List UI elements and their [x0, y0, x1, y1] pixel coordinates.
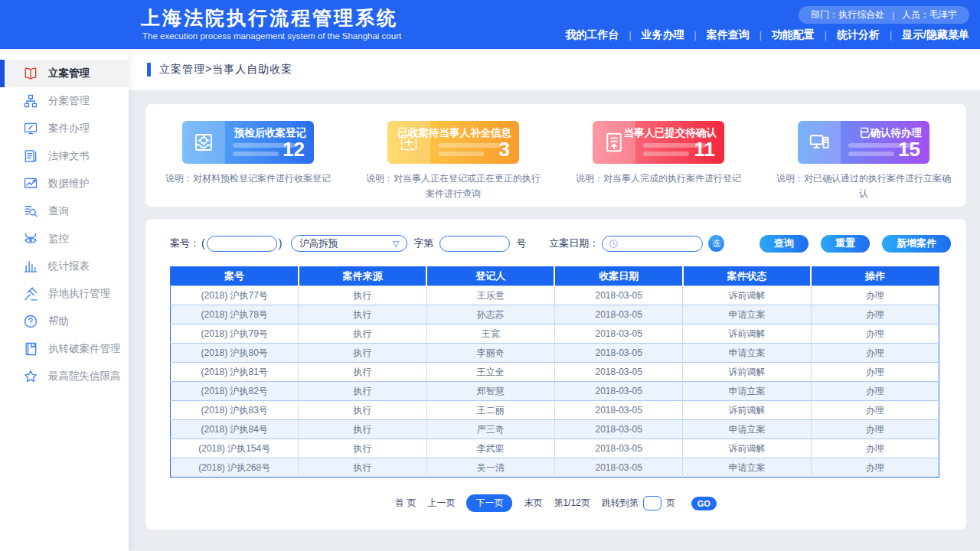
- case-prefix-input[interactable]: [207, 236, 277, 252]
- page-prev[interactable]: 上一页: [427, 497, 455, 510]
- case-table-body: (2018) 沪执77号执行王乐意2018-03-05诉前调解办理(2018) …: [171, 286, 939, 478]
- table-cell: 王乐意: [426, 286, 554, 305]
- book-open-icon: [23, 66, 38, 81]
- decor-bar: [233, 152, 279, 156]
- sidebar-item-label: 查询: [48, 204, 69, 218]
- handle-case-link[interactable]: 办理: [866, 443, 884, 454]
- sidebar-item[interactable]: 异地执行管理: [0, 280, 129, 308]
- page-next[interactable]: 下一页: [466, 494, 512, 512]
- sidebar-item[interactable]: 分案管理: [0, 87, 129, 115]
- sidebar-item[interactable]: 帮助: [0, 308, 129, 335]
- handle-case-link[interactable]: 办理: [866, 290, 884, 301]
- table-cell: 执行: [299, 324, 426, 344]
- sidebar-item[interactable]: 查询: [0, 197, 129, 225]
- star-icon: [23, 369, 38, 384]
- decor-bar: [438, 152, 484, 156]
- sidebar-item[interactable]: 法律文书: [0, 142, 129, 170]
- page-first[interactable]: 首 页: [395, 497, 416, 510]
- sidebar-item[interactable]: 执转破案件管理: [0, 335, 129, 363]
- data-chart-icon: [23, 176, 38, 191]
- table-cell: (2018) 沪执83号: [171, 401, 299, 420]
- page-last[interactable]: 末页: [524, 497, 542, 510]
- case-type-select[interactable]: 沪高拆预 ▽: [291, 235, 407, 252]
- sidebar-item[interactable]: 数据维护: [0, 170, 129, 197]
- nav-separator: |: [629, 30, 631, 41]
- table-cell: 王立全: [426, 363, 554, 382]
- divider: |: [892, 11, 894, 20]
- handle-case-link[interactable]: 办理: [866, 462, 884, 473]
- table-cell: (2018) 沪执78号: [171, 305, 299, 324]
- sidebar-item[interactable]: 立案管理: [0, 60, 129, 87]
- decor-bar: [643, 152, 689, 156]
- table-cell: 办理: [811, 458, 939, 478]
- table-cell: 办理: [811, 286, 939, 305]
- table-cell: (2018) 沪执80号: [171, 344, 299, 363]
- org-chart-icon: [23, 93, 38, 109]
- query-button[interactable]: 查询: [760, 235, 808, 253]
- sidebar-item-label: 异地执行管理: [48, 287, 110, 301]
- table-cell: 执行: [299, 344, 426, 363]
- stat-description: 说明：对材料预检登记案件进行收案登记: [158, 171, 338, 187]
- word-label: 字第: [413, 236, 433, 250]
- go-button[interactable]: GO: [691, 497, 717, 510]
- case-table: 案号案件来源登记人收案日期案件状态操作 (2018) 沪执77号执行王乐意201…: [170, 266, 939, 478]
- breadcrumb-accent: [147, 63, 151, 77]
- sidebar-item-label: 最高院失信限高: [48, 370, 121, 383]
- table-row: (2018) 沪执80号执行李丽奇2018-03-05申请立案办理: [171, 344, 939, 363]
- stat-card[interactable]: 预检后收案登记12: [182, 121, 314, 164]
- close-paren: ): [279, 237, 283, 249]
- column-header: 案件来源: [299, 267, 426, 286]
- date-pick-button[interactable]: 选: [708, 235, 724, 252]
- decor-bar: [438, 143, 501, 148]
- sidebar-item[interactable]: 案件办理: [0, 115, 129, 142]
- sidebar-item-label: 分案管理: [48, 94, 90, 108]
- table-cell: 李丽奇: [426, 344, 554, 363]
- table-cell: 2018-03-05: [554, 401, 682, 420]
- app-subtitle: The execution process management system …: [142, 31, 401, 41]
- table-cell: 2018-03-05: [554, 344, 682, 363]
- handle-case-link[interactable]: 办理: [866, 386, 884, 396]
- stat-card[interactable]: 已收案待当事人补全信息3: [387, 121, 519, 164]
- nav-item[interactable]: 功能配置: [772, 28, 815, 42]
- user-info-pill: 部门：执行综合处 | 人员：毛泽宇: [799, 6, 969, 24]
- nav-item[interactable]: 业务办理: [642, 28, 684, 42]
- handle-case-link[interactable]: 办理: [866, 347, 884, 358]
- handle-case-link[interactable]: 办理: [866, 328, 884, 339]
- stat-card[interactable]: 已确认待办理15: [798, 121, 929, 164]
- case-no-label: 案号：: [170, 236, 200, 250]
- table-cell: (2018) 沪执84号: [171, 420, 299, 439]
- add-case-button[interactable]: 新增案件: [882, 235, 951, 253]
- case-list-panel: 案号： ( ) 沪高拆预 ▽ 字第 号 立案日期： 选 查询 重置 新增案: [145, 219, 966, 530]
- handle-case-link[interactable]: 办理: [866, 424, 884, 435]
- sidebar-item[interactable]: 监控: [0, 225, 129, 253]
- table-cell: 办理: [811, 439, 939, 458]
- handle-case-link[interactable]: 办理: [866, 309, 884, 320]
- stat-value: 12: [283, 138, 305, 161]
- table-cell: 办理: [811, 305, 939, 324]
- nav-separator: |: [890, 30, 892, 41]
- case-number-input[interactable]: [439, 236, 510, 252]
- bar-chart-icon: [23, 259, 38, 274]
- table-cell: (2018) 沪执81号: [171, 363, 299, 382]
- handle-case-link[interactable]: 办理: [866, 405, 884, 416]
- sidebar-item[interactable]: 最高院失信限高: [0, 363, 129, 390]
- nav-item[interactable]: 我的工作台: [565, 28, 619, 42]
- jump-page-input[interactable]: [643, 496, 662, 510]
- table-cell: 诉前调解: [683, 401, 811, 420]
- filing-date-label: 立案日期：: [549, 236, 599, 250]
- sidebar-item[interactable]: 统计报表: [0, 253, 129, 280]
- nav-item[interactable]: 案件查询: [707, 28, 750, 42]
- table-cell: 王二丽: [426, 401, 554, 420]
- search-doc-icon: [23, 204, 38, 219]
- reset-button[interactable]: 重置: [821, 235, 870, 253]
- table-cell: (2018) 沪执79号: [171, 324, 299, 344]
- sidebar-item-label: 数据维护: [48, 177, 90, 191]
- handle-case-link[interactable]: 办理: [866, 367, 884, 377]
- nav-item[interactable]: 显示/隐藏菜单: [902, 28, 969, 42]
- stat-card[interactable]: 当事人已提交待确认11: [593, 121, 724, 164]
- nav-separator: |: [825, 30, 827, 41]
- table-cell: 诉前调解: [683, 324, 811, 344]
- help-icon: [23, 314, 38, 329]
- nav-item[interactable]: 统计分析: [837, 28, 880, 42]
- stat-block: 预检后收案登记12说明：对材料预检登记案件进行收案登记: [145, 104, 351, 207]
